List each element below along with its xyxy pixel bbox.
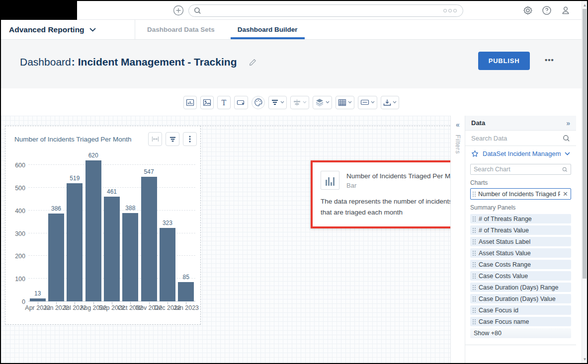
resize-width-button[interactable] [148, 132, 162, 146]
export-dropdown-button[interactable] [381, 96, 399, 109]
scrollbar-thumb[interactable] [583, 9, 587, 279]
bar-value-label: 386 [51, 205, 61, 212]
summary-panel-item[interactable]: Case Focus id [470, 305, 571, 315]
publish-button[interactable]: PUBLISH [478, 52, 530, 70]
charts-section-label: Charts [470, 179, 571, 186]
summary-panel-label: Asset Status Label [479, 238, 530, 245]
drag-handle-icon[interactable] [472, 250, 476, 256]
summary-panels-section-label: Summary Panels [470, 204, 571, 211]
star-icon[interactable] [471, 150, 479, 157]
title-separator: : [72, 56, 75, 68]
summary-panel-item[interactable]: Asset Status Value [470, 248, 571, 258]
bar [85, 160, 101, 301]
summary-panel-item[interactable]: Case Duration (Days) Range [470, 283, 571, 292]
vertical-scrollbar[interactable]: ▲ ▼ [582, 1, 587, 363]
bar-value-label: 620 [88, 152, 98, 159]
scroll-up-icon[interactable]: ▲ [582, 1, 588, 8]
more-options-icon[interactable]: ••• [545, 56, 554, 64]
summary-panel-item[interactable]: # of Threats Value [470, 225, 571, 235]
global-search[interactable] [188, 4, 463, 17]
collapse-left-icon[interactable]: « [456, 121, 460, 129]
topbar [1, 1, 582, 20]
data-panel: Data » [465, 116, 576, 363]
summary-panel-item[interactable]: Case Duration (Days) Value [470, 294, 571, 303]
summary-panel-item[interactable]: Case Costs Range [470, 260, 571, 269]
builder-toolbar: T [1, 88, 582, 115]
drag-handle-icon[interactable] [472, 273, 476, 279]
show-more-button[interactable]: Show +80 [470, 328, 571, 338]
selected-chart-item[interactable]: Number of Incidents Triaged P... ✕ [470, 188, 571, 200]
drag-handle-icon[interactable] [472, 319, 476, 324]
align-icon [293, 99, 301, 106]
drag-handle-icon[interactable] [472, 216, 476, 221]
drag-handle-icon[interactable] [472, 285, 476, 290]
align-dropdown-button[interactable] [290, 96, 309, 109]
theme-button[interactable] [252, 96, 265, 109]
widget-menu-button[interactable] [183, 132, 197, 146]
chevron-down-icon [565, 152, 570, 155]
summary-panel-label: Case Focus id [479, 307, 518, 314]
panel-icon [360, 99, 369, 106]
bar-value-label: 13 [34, 290, 41, 297]
drag-handle-icon[interactable] [472, 296, 476, 301]
layers-icon [315, 98, 324, 106]
search-chart-box[interactable] [470, 164, 571, 175]
table-icon [338, 99, 346, 106]
chevron-down-icon [348, 101, 352, 104]
text-icon: T [220, 98, 228, 107]
mini-bar-chart-icon [321, 171, 339, 190]
drag-handle-icon[interactable] [472, 307, 476, 313]
drag-handle-icon[interactable] [472, 239, 476, 244]
summary-panel-item[interactable]: Case Focus name [470, 317, 571, 326]
summary-panel-item[interactable]: Case Costs Value [470, 271, 571, 281]
summary-panel-label: Case Costs Value [479, 273, 528, 280]
kebab-menu-icon [189, 136, 191, 143]
y-axis-tick-label: 600 [6, 162, 25, 169]
summary-panel-label: Case Focus name [479, 318, 529, 325]
drag-handle-icon[interactable] [472, 227, 476, 233]
widget-filter-button[interactable] [166, 132, 179, 146]
filter-dropdown-button[interactable] [268, 96, 287, 109]
chevron-down-icon [326, 101, 330, 104]
scroll-down-icon[interactable]: ▼ [582, 356, 588, 363]
drag-handle-icon[interactable] [472, 262, 476, 267]
summary-panel-item[interactable]: # of Threats Range [470, 214, 571, 223]
dashboard-canvas[interactable]: Number of Incidents Triaged Per Month [1, 116, 450, 363]
drag-handle-icon[interactable] [472, 191, 476, 197]
button-icon [237, 98, 246, 107]
gear-icon[interactable] [522, 5, 533, 16]
edit-pencil-icon[interactable] [249, 59, 256, 66]
summary-panel-item[interactable]: Asset Status Label [470, 237, 571, 246]
dataset-selector[interactable]: DataSet Incident Management ... [465, 146, 576, 161]
y-axis-tick-label: 500 [6, 185, 25, 192]
global-search-input[interactable] [205, 7, 443, 14]
remove-icon[interactable]: ✕ [563, 191, 568, 197]
search-chart-input[interactable] [474, 166, 562, 173]
add-text-button[interactable]: T [217, 96, 231, 109]
search-data-input[interactable] [471, 135, 563, 142]
panel-dropdown-button[interactable] [358, 96, 377, 109]
user-icon[interactable] [560, 5, 571, 16]
summary-panels-list: # of Threats Range # of Threats Value As… [470, 214, 571, 326]
palette-icon [254, 98, 263, 107]
tab-dashboard-builder[interactable]: Dashboard Builder [237, 20, 299, 39]
filters-rail-label[interactable]: Filters [454, 135, 462, 154]
layers-dropdown-button[interactable] [313, 96, 332, 109]
info-card-title: Number of Incidents Triaged Per Month [346, 172, 450, 180]
collapse-right-icon[interactable]: » [566, 119, 570, 127]
chevron-down-icon [89, 28, 96, 32]
ellipsis-icon[interactable] [443, 9, 457, 12]
bar-value-label: 85 [183, 274, 189, 281]
add-chart-button[interactable] [183, 96, 197, 109]
table-dropdown-button[interactable] [336, 96, 354, 109]
help-icon[interactable] [541, 5, 552, 16]
tab-dashboard-data-sets[interactable]: Dashboard Data Sets [146, 20, 216, 39]
summary-panel-label: Asset Status Value [479, 250, 531, 257]
bar-value-label: 461 [107, 188, 117, 195]
app-switcher[interactable]: Advanced Reporting [1, 20, 135, 39]
plus-icon[interactable] [172, 4, 184, 16]
add-button-button[interactable] [234, 96, 248, 109]
chart-widget[interactable]: Number of Incidents Triaged Per Month [5, 126, 201, 325]
add-image-button[interactable] [200, 96, 214, 109]
filters-rail: « Filters [450, 116, 465, 363]
